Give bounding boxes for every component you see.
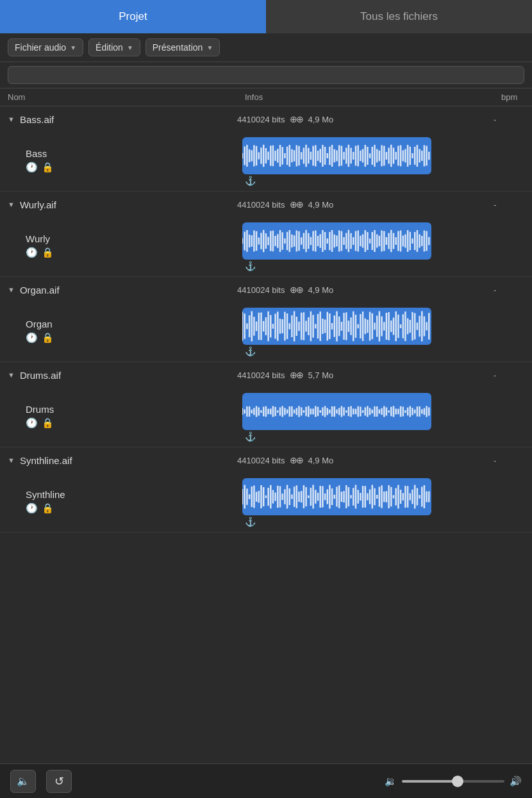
file-row-name-drums: ▼ Drums.aif bbox=[0, 370, 237, 381]
tab-bar: Projet Tous les fichiers bbox=[0, 0, 532, 33]
file-size-wurly: 4,9 Mo bbox=[308, 200, 333, 210]
file-list: ▼ Bass.aif 4410024 bits ⊕⊕ 4,9 Mo - Bass… bbox=[0, 106, 532, 763]
file-row-info-organ: 4410024 bits ⊕⊕ 4,9 Mo bbox=[237, 285, 494, 295]
file-row-bass[interactable]: ▼ Bass.aif 4410024 bits ⊕⊕ 4,9 Mo - bbox=[0, 106, 532, 132]
file-group-bass: ▼ Bass.aif 4410024 bits ⊕⊕ 4,9 Mo - Bass… bbox=[0, 106, 532, 192]
file-group-synthline: ▼ Synthline.aif 4410024 bits ⊕⊕ 4,9 Mo -… bbox=[0, 447, 532, 533]
waveform-svg-organ bbox=[242, 308, 431, 345]
fichier-audio-chevron-icon: ▼ bbox=[70, 44, 76, 51]
child-row-drums: Drums 🕐 🔒 ⚓ bbox=[0, 388, 532, 447]
file-row-bpm-organ: - bbox=[494, 285, 532, 295]
volume-high-icon: 🔊 bbox=[510, 776, 522, 787]
volume-control: 🔉 🔊 bbox=[385, 776, 522, 787]
stereo-icon-organ: ⊕⊕ bbox=[290, 285, 303, 295]
column-headers: Nom Infos bpm bbox=[0, 88, 532, 106]
file-bits-bass: 4410024 bits bbox=[237, 115, 285, 124]
presentation-label: Présentation bbox=[153, 42, 203, 53]
anchor-icon-synthline: ⚓ bbox=[245, 517, 256, 527]
presentation-dropdown[interactable]: Présentation ▼ bbox=[145, 38, 220, 56]
file-size-organ: 4,9 Mo bbox=[308, 285, 333, 295]
waveform-wurly[interactable] bbox=[242, 222, 431, 260]
file-group-wurly: ▼ Wurly.aif 4410024 bits ⊕⊕ 4,9 Mo - Wur… bbox=[0, 192, 532, 277]
filename-organ: Organ.aif bbox=[20, 285, 60, 295]
waveform-svg-bass bbox=[242, 137, 431, 174]
waveform-drums[interactable] bbox=[242, 393, 431, 430]
file-row-name-synthline: ▼ Synthline.aif bbox=[0, 455, 237, 466]
waveform-organ[interactable] bbox=[242, 308, 431, 345]
child-row-bass: Bass 🕐 🔒 ⚓ bbox=[0, 132, 532, 191]
file-row-info-bass: 4410024 bits ⊕⊕ 4,9 Mo bbox=[237, 114, 494, 124]
clock-icon-organ: 🕐 bbox=[26, 332, 38, 344]
file-bits-drums: 4410024 bits bbox=[237, 370, 285, 380]
edition-chevron-icon: ▼ bbox=[127, 44, 133, 51]
waveform-svg-wurly bbox=[242, 222, 431, 260]
fichier-audio-label: Fichier audio bbox=[15, 42, 66, 53]
collapse-triangle-synthline[interactable]: ▼ bbox=[8, 456, 15, 464]
filename-bass: Bass.aif bbox=[20, 114, 54, 125]
file-row-bpm-bass: - bbox=[494, 115, 532, 124]
waveform-synthline[interactable] bbox=[242, 478, 431, 515]
waveform-container-wurly: ⚓ bbox=[237, 220, 494, 271]
file-row-info-drums: 4410024 bits ⊕⊕ 5,7 Mo bbox=[237, 370, 494, 380]
file-row-name-bass: ▼ Bass.aif bbox=[0, 114, 237, 125]
lock-icon-synthline: 🔒 bbox=[42, 503, 54, 514]
waveform-bass[interactable] bbox=[242, 137, 431, 174]
collapse-triangle-organ[interactable]: ▼ bbox=[8, 286, 15, 294]
tab-projet[interactable]: Projet bbox=[0, 0, 266, 33]
file-row-wurly[interactable]: ▼ Wurly.aif 4410024 bits ⊕⊕ 4,9 Mo - bbox=[0, 192, 532, 217]
collapse-triangle-bass[interactable]: ▼ bbox=[8, 115, 15, 123]
file-row-info-wurly: 4410024 bits ⊕⊕ 4,9 Mo bbox=[237, 199, 494, 210]
file-row-organ[interactable]: ▼ Organ.aif 4410024 bits ⊕⊕ 4,9 Mo - bbox=[0, 277, 532, 303]
file-group-drums: ▼ Drums.aif 4410024 bits ⊕⊕ 5,7 Mo - Dru… bbox=[0, 362, 532, 447]
speaker-button[interactable]: 🔈 bbox=[10, 770, 36, 793]
clock-icon-bass: 🕐 bbox=[26, 162, 38, 173]
volume-low-icon: 🔉 bbox=[385, 776, 397, 787]
stereo-icon-drums: ⊕⊕ bbox=[290, 370, 303, 380]
child-name-wurly: Wurly bbox=[26, 233, 50, 244]
anchor-icon-bass: ⚓ bbox=[245, 176, 256, 186]
file-row-name-wurly: ▼ Wurly.aif bbox=[0, 199, 237, 210]
bottom-bar: 🔈 ↺ 🔉 🔊 bbox=[0, 763, 532, 798]
lock-icon-bass: 🔒 bbox=[42, 162, 54, 173]
stereo-icon-bass: ⊕⊕ bbox=[290, 114, 303, 124]
file-row-synthline[interactable]: ▼ Synthline.aif 4410024 bits ⊕⊕ 4,9 Mo - bbox=[0, 447, 532, 473]
child-name-drums: Drums bbox=[26, 404, 54, 415]
filename-synthline: Synthline.aif bbox=[20, 455, 72, 466]
speaker-icon: 🔈 bbox=[17, 775, 29, 787]
volume-slider[interactable] bbox=[402, 780, 504, 783]
filename-wurly: Wurly.aif bbox=[20, 199, 56, 210]
waveform-container-synthline: ⚓ bbox=[237, 476, 494, 527]
edition-label: Édition bbox=[96, 42, 123, 53]
file-size-synthline: 4,9 Mo bbox=[308, 456, 333, 465]
clock-icon-drums: 🕐 bbox=[26, 417, 38, 429]
file-group-organ: ▼ Organ.aif 4410024 bits ⊕⊕ 4,9 Mo - Org… bbox=[0, 277, 532, 362]
search-bar bbox=[0, 62, 532, 88]
col-infos: Infos bbox=[237, 91, 494, 103]
edition-dropdown[interactable]: Édition ▼ bbox=[88, 38, 140, 56]
filename-drums: Drums.aif bbox=[20, 370, 61, 381]
anchor-icon-wurly: ⚓ bbox=[245, 261, 256, 271]
child-name-synthline: Synthline bbox=[26, 489, 65, 500]
lock-icon-organ: 🔒 bbox=[42, 332, 54, 344]
toolbar: Fichier audio ▼ Édition ▼ Présentation ▼ bbox=[0, 33, 532, 62]
child-name-bass: Bass bbox=[26, 148, 47, 159]
file-row-name-organ: ▼ Organ.aif bbox=[0, 285, 237, 295]
col-bpm: bpm bbox=[494, 91, 532, 103]
anchor-icon-organ: ⚓ bbox=[245, 346, 256, 356]
file-bits-organ: 4410024 bits bbox=[237, 285, 285, 295]
tab-tous-les-fichiers[interactable]: Tous les fichiers bbox=[266, 0, 532, 33]
child-row-organ: Organ 🕐 🔒 ⚓ bbox=[0, 303, 532, 362]
file-row-info-synthline: 4410024 bits ⊕⊕ 4,9 Mo bbox=[237, 455, 494, 465]
presentation-chevron-icon: ▼ bbox=[206, 44, 213, 51]
file-row-drums[interactable]: ▼ Drums.aif 4410024 bits ⊕⊕ 5,7 Mo - bbox=[0, 362, 532, 388]
loop-button[interactable]: ↺ bbox=[46, 770, 72, 793]
clock-icon-wurly: 🕐 bbox=[26, 247, 38, 258]
fichier-audio-dropdown[interactable]: Fichier audio ▼ bbox=[8, 38, 83, 56]
collapse-triangle-drums[interactable]: ▼ bbox=[8, 371, 15, 379]
search-input[interactable] bbox=[8, 66, 524, 84]
collapse-triangle-wurly[interactable]: ▼ bbox=[8, 201, 15, 208]
waveform-svg-drums bbox=[242, 393, 431, 430]
col-nom: Nom bbox=[0, 91, 237, 103]
waveform-container-drums: ⚓ bbox=[237, 390, 494, 442]
stereo-icon-wurly: ⊕⊕ bbox=[290, 199, 303, 210]
